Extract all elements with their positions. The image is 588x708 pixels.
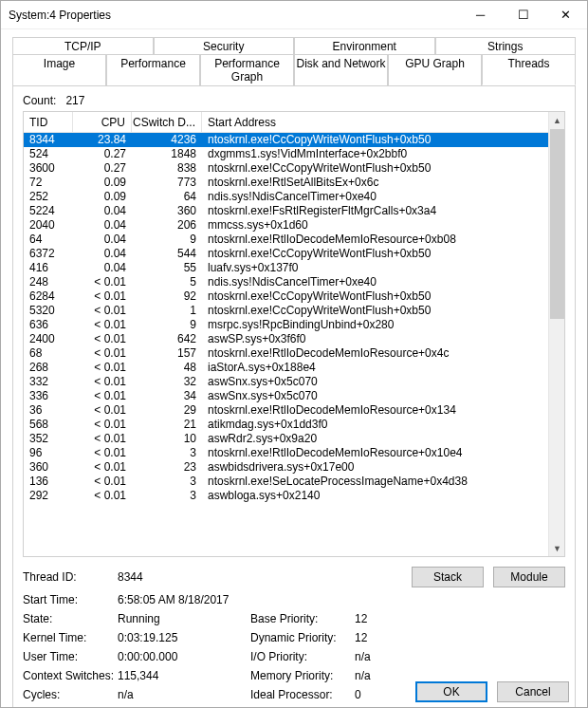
table-row[interactable]: 136< 0.013ntoskrnl.exe!SeLocateProcessIm… [24, 475, 548, 489]
val-ideal: 0 [355, 688, 412, 701]
lbl-kernel-time: Kernel Time: [23, 631, 118, 644]
table-row[interactable]: 2400< 0.01642aswSP.sys+0x3f6f0 [24, 332, 548, 346]
table-row[interactable]: 5240.271848dxgmms1.sys!VidMmInterface+0x… [24, 147, 548, 161]
table-row[interactable]: 36000.27838ntoskrnl.exe!CcCopyWriteWontF… [24, 161, 548, 176]
table-row[interactable]: 5320< 0.011ntoskrnl.exe!CcCopyWriteWontF… [24, 304, 548, 318]
table-row[interactable]: 636< 0.019msrpc.sys!RpcBindingUnbind+0x2… [24, 318, 548, 332]
col-tid[interactable]: TID [24, 112, 73, 133]
val-cycles: n/a [118, 688, 250, 701]
cancel-button[interactable]: Cancel [497, 681, 569, 702]
val-user-time: 0:00:00.000 [118, 650, 250, 663]
lbl-dyn-pri: Dynamic Priority: [250, 631, 355, 644]
ok-button[interactable]: OK [415, 681, 487, 702]
table-row[interactable]: 568< 0.0121atikmdag.sys+0x1dd3f0 [24, 418, 548, 432]
scroll-up-icon[interactable]: ▲ [549, 112, 565, 128]
table-row[interactable]: 640.049ntoskrnl.exe!RtlIoDecodeMemIoReso… [24, 233, 548, 247]
tab-panel-threads: Count: 217 TID CPU CSwitch D... Start Ad… [12, 85, 576, 708]
tab-strip: TCP/IPSecurityEnvironmentStrings ImagePe… [12, 37, 576, 86]
tab-performance-graph[interactable]: Performance Graph [200, 54, 294, 85]
lbl-ideal: Ideal Processor: [250, 688, 355, 701]
lbl-thread-id: Thread ID: [23, 570, 118, 584]
count-label: Count: [23, 94, 56, 107]
table-row[interactable]: 352< 0.0110aswRdr2.sys+0x9a20 [24, 432, 548, 446]
val-dyn-pri: 12 [355, 631, 412, 644]
stack-button[interactable]: Stack [412, 567, 484, 587]
maximize-button[interactable]: ☐ [502, 1, 544, 29]
lbl-base-pri: Base Priority: [250, 612, 355, 625]
val-state: Running [118, 612, 250, 625]
tab-disk-and-network[interactable]: Disk and Network [294, 54, 388, 85]
table-row[interactable]: 96< 0.013ntoskrnl.exe!RtlIoDecodeMemIoRe… [24, 446, 548, 460]
col-start-address[interactable]: Start Address [202, 112, 548, 133]
table-row[interactable]: 4160.0455luafv.sys+0x137f0 [24, 261, 548, 275]
table-row[interactable]: 248< 0.015ndis.sys!NdisCancelTimer+0xe40 [24, 275, 548, 289]
scrollbar[interactable]: ▲ ▼ [548, 112, 564, 556]
lbl-start-time: Start Time: [23, 593, 118, 606]
table-row[interactable]: 292< 0.013aswbloga.sys+0x2140 [24, 489, 548, 503]
tab-gpu-graph[interactable]: GPU Graph [388, 54, 482, 85]
lbl-cycles: Cycles: [23, 688, 118, 701]
val-kernel-time: 0:03:19.125 [118, 631, 250, 644]
table-row[interactable]: 68< 0.01157ntoskrnl.exe!RtlIoDecodeMemIo… [24, 346, 548, 361]
count-value: 217 [65, 94, 84, 107]
lbl-ctx: Context Switches: [23, 669, 118, 682]
table-row[interactable]: 52240.04360ntoskrnl.exe!FsRtlRegisterFlt… [24, 204, 548, 218]
module-button[interactable]: Module [493, 567, 565, 587]
close-button[interactable]: ✕ [544, 1, 587, 29]
minimize-button[interactable]: ─ [459, 1, 502, 29]
table-row[interactable]: 720.09773ntoskrnl.exe!RtlSetAllBitsEx+0x… [24, 176, 548, 190]
threads-table[interactable]: TID CPU CSwitch D... Start Address 83442… [23, 111, 565, 557]
lbl-io-pri: I/O Priority: [250, 650, 355, 663]
val-ctx: 115,344 [118, 669, 250, 682]
val-thread-id: 8344 [118, 570, 250, 584]
val-mem-pri: n/a [355, 669, 412, 682]
table-row[interactable]: 332< 0.0132aswSnx.sys+0x5c070 [24, 375, 548, 389]
table-header: TID CPU CSwitch D... Start Address [24, 112, 548, 133]
table-row[interactable]: 36< 0.0129ntoskrnl.exe!RtlIoDecodeMemIoR… [24, 403, 548, 418]
table-row[interactable]: 20400.04206mmcss.sys+0x1d60 [24, 218, 548, 233]
table-row[interactable]: 360< 0.0123aswbidsdrivera.sys+0x17e00 [24, 460, 548, 475]
val-start-time: 6:58:05 AM 8/18/2017 [118, 593, 565, 606]
lbl-mem-pri: Memory Priority: [250, 669, 355, 682]
table-row[interactable]: 6284< 0.0192ntoskrnl.exe!CcCopyWriteWont… [24, 289, 548, 304]
table-row[interactable]: 268< 0.0148iaStorA.sys+0x188e4 [24, 361, 548, 375]
tab-security[interactable]: Security [154, 37, 295, 55]
titlebar: System:4 Properties ─ ☐ ✕ [1, 1, 587, 29]
tab-tcp-ip[interactable]: TCP/IP [12, 37, 154, 55]
table-row[interactable]: 2520.0964ndis.sys!NdisCancelTimer+0xe40 [24, 190, 548, 204]
lbl-state: State: [23, 612, 118, 625]
val-base-pri: 12 [355, 612, 412, 625]
tab-performance[interactable]: Performance [106, 54, 200, 85]
col-cswitch[interactable]: CSwitch D... [132, 112, 202, 133]
table-row[interactable]: 63720.04544ntoskrnl.exe!CcCopyWriteWontF… [24, 247, 548, 261]
tab-threads[interactable]: Threads [482, 54, 576, 85]
lbl-user-time: User Time: [23, 650, 118, 663]
scroll-thumb[interactable] [550, 129, 564, 319]
tab-image[interactable]: Image [12, 54, 106, 85]
tab-environment[interactable]: Environment [294, 37, 435, 55]
table-row[interactable]: 336< 0.0134aswSnx.sys+0x5c070 [24, 389, 548, 403]
scroll-down-icon[interactable]: ▼ [549, 540, 565, 556]
tab-strings[interactable]: Strings [435, 37, 577, 55]
col-cpu[interactable]: CPU [73, 112, 132, 133]
window-title: System:4 Properties [9, 9, 459, 22]
table-row[interactable]: 834423.844236ntoskrnl.exe!CcCopyWriteWon… [24, 133, 548, 147]
val-io-pri: n/a [355, 650, 412, 663]
